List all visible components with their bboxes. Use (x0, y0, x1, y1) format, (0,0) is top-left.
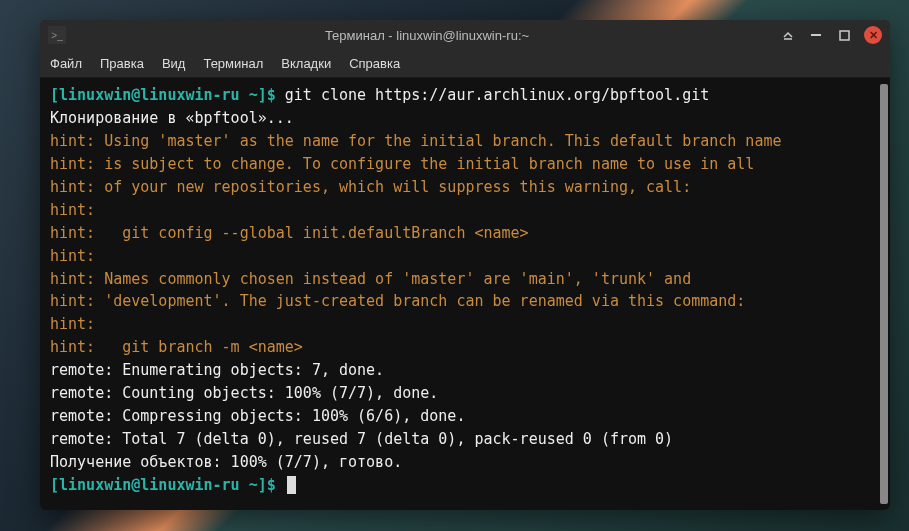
hint-line: hint: git branch -m <name> (50, 336, 880, 359)
cursor (287, 476, 296, 494)
remote-line: remote: Compressing objects: 100% (6/6),… (50, 405, 880, 428)
hide-button[interactable] (808, 27, 824, 43)
menu-tabs[interactable]: Вкладки (281, 56, 331, 71)
hint-line: hint: 'development'. The just-created br… (50, 290, 880, 313)
menu-terminal[interactable]: Терминал (203, 56, 263, 71)
remote-line: remote: Counting objects: 100% (7/7), do… (50, 382, 880, 405)
hint-line: hint: Using 'master' as the name for the… (50, 130, 880, 153)
titlebar[interactable]: >_ Терминал - linuxwin@linuxwin-ru:~ ✕ (40, 20, 890, 50)
hint-line: hint: (50, 199, 880, 222)
window-title: Терминал - linuxwin@linuxwin-ru:~ (74, 28, 780, 43)
terminal-window: >_ Терминал - linuxwin@linuxwin-ru:~ ✕ Ф… (40, 20, 890, 510)
window-controls: ✕ (780, 26, 882, 44)
hint-line: hint: (50, 245, 880, 268)
close-button[interactable]: ✕ (864, 26, 882, 44)
hint-line: hint: (50, 313, 880, 336)
prompt-line-1: [linuxwin@linuxwin-ru ~]$ git clone http… (50, 84, 880, 107)
scrollbar[interactable] (880, 84, 888, 504)
menubar: Файл Правка Вид Терминал Вкладки Справка (40, 50, 890, 78)
terminal-output-area[interactable]: [linuxwin@linuxwin-ru ~]$ git clone http… (40, 78, 890, 510)
prompt-line-2: [linuxwin@linuxwin-ru ~]$ (50, 474, 880, 497)
output-cloning: Клонирование в «bpftool»... (50, 107, 880, 130)
menu-help[interactable]: Справка (349, 56, 400, 71)
hint-line: hint: Names commonly chosen instead of '… (50, 268, 880, 291)
minimize-button[interactable] (780, 27, 796, 43)
menu-file[interactable]: Файл (50, 56, 82, 71)
remote-line: remote: Enumerating objects: 7, done. (50, 359, 880, 382)
hint-line: hint: is subject to change. To configure… (50, 153, 880, 176)
terminal-app-icon: >_ (48, 26, 66, 44)
hint-line: hint: of your new repositories, which wi… (50, 176, 880, 199)
svg-rect-2 (840, 31, 849, 40)
remote-line: remote: Total 7 (delta 0), reused 7 (del… (50, 428, 880, 451)
output-receiving: Получение объектов: 100% (7/7), готово. (50, 451, 880, 474)
command-text: git clone https://aur.archlinux.org/bpft… (285, 86, 709, 104)
maximize-button[interactable] (836, 27, 852, 43)
menu-view[interactable]: Вид (162, 56, 186, 71)
menu-edit[interactable]: Правка (100, 56, 144, 71)
hint-line: hint: git config --global init.defaultBr… (50, 222, 880, 245)
